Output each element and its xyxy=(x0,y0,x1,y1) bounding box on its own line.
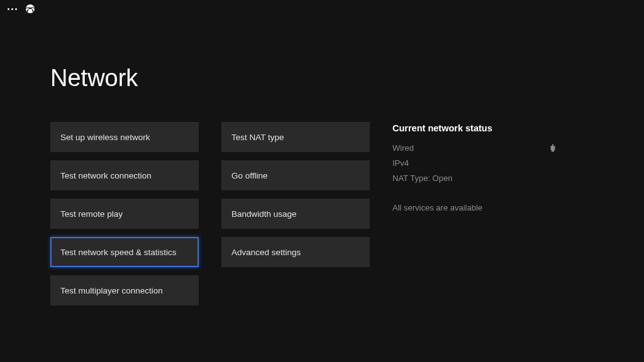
bandwidth-usage-button[interactable]: Bandwidth usage xyxy=(221,199,370,229)
status-nat-row: NAT Type: Open xyxy=(392,173,556,183)
test-multiplayer-connection-button[interactable]: Test multiplayer connection xyxy=(50,275,199,305)
svg-rect-2 xyxy=(552,150,554,152)
xbox-logo-icon[interactable] xyxy=(26,4,35,13)
menu-column-1: Set up wireless network Test network con… xyxy=(50,122,199,305)
wired-connection-icon xyxy=(550,144,556,153)
status-services: All services are available xyxy=(392,203,556,212)
more-options-icon[interactable] xyxy=(8,8,17,10)
status-nat-type: NAT Type: Open xyxy=(392,173,452,183)
svg-rect-0 xyxy=(552,144,553,146)
status-heading: Current network status xyxy=(392,123,556,133)
svg-rect-1 xyxy=(551,146,555,150)
status-ip-row: IPv4 xyxy=(392,158,556,168)
status-connection-type: Wired xyxy=(392,143,414,153)
top-bar xyxy=(0,0,644,18)
test-network-speed-statistics-button[interactable]: Test network speed & statistics xyxy=(50,237,199,267)
advanced-settings-button[interactable]: Advanced settings xyxy=(221,237,370,267)
go-offline-button[interactable]: Go offline xyxy=(221,160,370,190)
setup-wireless-network-button[interactable]: Set up wireless network xyxy=(50,122,199,152)
test-network-connection-button[interactable]: Test network connection xyxy=(50,160,199,190)
page-title: Network xyxy=(50,65,644,92)
columns-container: Set up wireless network Test network con… xyxy=(50,122,644,305)
status-connection-row: Wired xyxy=(392,143,556,153)
status-ip-version: IPv4 xyxy=(392,158,409,168)
content-area: Network Set up wireless network Test net… xyxy=(0,18,644,305)
test-nat-type-button[interactable]: Test NAT type xyxy=(221,122,370,152)
menu-column-2: Test NAT type Go offline Bandwidth usage… xyxy=(221,122,370,305)
status-column: Current network status Wired IPv4 NAT Ty… xyxy=(392,122,556,305)
test-remote-play-button[interactable]: Test remote play xyxy=(50,199,199,229)
